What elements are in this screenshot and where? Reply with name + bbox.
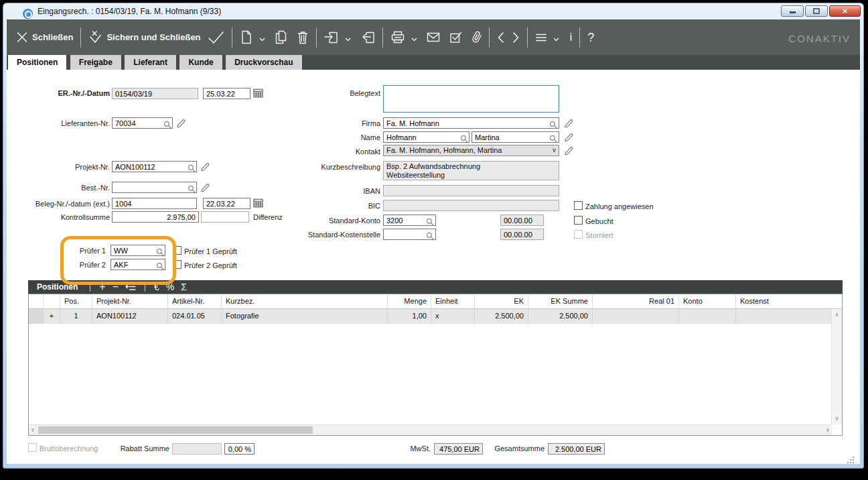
cell-ek-summe[interactable]: 2.500,00 xyxy=(528,309,593,324)
search-icon[interactable] xyxy=(188,163,196,171)
maximize-button[interactable] xyxy=(805,5,828,17)
save-close-label: Sichern und Schließen xyxy=(106,32,200,42)
search-icon[interactable] xyxy=(156,261,164,269)
grid-toolbar-separator xyxy=(90,283,90,292)
percent-tool[interactable]: % xyxy=(166,282,174,292)
scrollbar-thumb[interactable] xyxy=(38,426,313,434)
gebucht-checkbox[interactable] xyxy=(574,216,583,225)
toolbar-separator xyxy=(579,27,580,48)
tab-kunde[interactable]: Kunde xyxy=(179,55,222,70)
zahlung-checkbox[interactable] xyxy=(574,201,583,210)
positionen-grid: Pos. Projekt-Nr. Artikel-Nr. Kurzbez. Me… xyxy=(28,294,843,436)
previous-record-icon[interactable] xyxy=(497,32,504,44)
projekt-field[interactable] xyxy=(112,161,197,172)
scroll-right-icon[interactable]: › xyxy=(826,426,829,434)
rabatt-percent-field[interactable] xyxy=(224,443,255,455)
edit-icon[interactable] xyxy=(563,145,573,156)
beleg-date-field[interactable] xyxy=(203,198,250,209)
edit-icon[interactable] xyxy=(200,182,210,193)
scroll-left-icon[interactable]: ‹ xyxy=(31,426,34,434)
column-header: Einheit xyxy=(431,294,475,308)
import-button[interactable] xyxy=(324,31,351,44)
calendar-icon[interactable] xyxy=(253,198,263,208)
info-icon[interactable]: i xyxy=(570,32,573,43)
edit-icon[interactable] xyxy=(175,118,186,129)
cell-projekt[interactable]: AON100112 xyxy=(92,309,168,324)
toolbar-separator xyxy=(489,27,490,48)
search-icon[interactable] xyxy=(460,133,468,141)
beleg-number-field[interactable] xyxy=(112,198,197,209)
header-expand xyxy=(44,294,60,308)
delete-button[interactable] xyxy=(297,30,309,44)
name-first-field[interactable] xyxy=(472,131,559,143)
search-icon[interactable] xyxy=(426,231,434,239)
tab-freigabe[interactable]: Freigabe xyxy=(70,55,122,70)
paperclip-icon[interactable] xyxy=(469,29,484,45)
row-expand-cell[interactable]: + xyxy=(44,309,60,324)
bic-label: BIC xyxy=(368,202,380,211)
task-check-icon[interactable] xyxy=(449,31,463,44)
search-icon[interactable] xyxy=(188,184,196,192)
table-row[interactable]: + 1 AON100112 024.01.05 Fotografie 1,00 … xyxy=(29,309,842,324)
pruefer1-checkbox[interactable] xyxy=(173,246,182,255)
pruefer2-checkbox[interactable] xyxy=(173,260,182,269)
confirm-check-icon[interactable] xyxy=(208,31,224,44)
row-selector-cell[interactable] xyxy=(29,309,44,324)
belegtext-label: Belegtext xyxy=(350,89,380,98)
menu-button[interactable] xyxy=(535,33,559,42)
outdent-icon[interactable] xyxy=(125,282,136,292)
cell-einheit[interactable]: x xyxy=(431,309,475,324)
er-date-field[interactable] xyxy=(203,88,250,99)
horizontal-scrollbar[interactable]: ‹ › xyxy=(29,424,832,435)
tab-druckvorschau[interactable]: Druckvorschau xyxy=(226,55,302,70)
name-last-field[interactable] xyxy=(383,131,469,143)
kontrollsumme-field[interactable] xyxy=(112,211,199,223)
export-icon[interactable] xyxy=(360,31,375,44)
cell-konto[interactable] xyxy=(679,309,736,324)
tab-lieferant[interactable]: Lieferant xyxy=(125,55,177,70)
cell-kurzbez[interactable]: Fotografie xyxy=(222,309,388,324)
cell-pos[interactable]: 1 xyxy=(60,309,92,324)
sum-tool[interactable]: Σ xyxy=(181,282,187,292)
help-icon[interactable]: ? xyxy=(587,32,594,43)
close-window-button[interactable]: × xyxy=(829,5,861,17)
edit-icon[interactable] xyxy=(563,132,573,143)
scroll-up-icon[interactable]: ∧ xyxy=(832,312,842,318)
add-row-button[interactable]: + xyxy=(99,282,105,292)
remove-row-button[interactable]: − xyxy=(113,282,119,292)
search-icon[interactable] xyxy=(156,247,164,255)
vertical-scrollbar[interactable]: ∧ ∨ xyxy=(831,309,842,424)
cell-kostenst[interactable] xyxy=(736,309,832,324)
best-field[interactable] xyxy=(112,182,197,193)
edit-icon[interactable] xyxy=(563,118,573,129)
search-icon[interactable] xyxy=(549,133,557,141)
toolbar-separator xyxy=(232,27,232,48)
close-record-button[interactable]: Schließen xyxy=(16,32,73,43)
cell-menge[interactable]: 1,00 xyxy=(388,309,431,324)
euro-tool[interactable]: € xyxy=(154,282,159,292)
minimize-button[interactable] xyxy=(781,5,804,17)
kontakt-dropdown[interactable]: Fa. M. Hofmann, Hofmann, Martina∨ xyxy=(383,145,559,156)
new-record-button[interactable] xyxy=(240,30,265,44)
scroll-down-icon[interactable]: ∨ xyxy=(832,416,842,422)
resize-grip[interactable] xyxy=(847,455,855,463)
firma-field[interactable] xyxy=(383,117,559,129)
belegtext-field[interactable] xyxy=(383,85,559,113)
save-close-button[interactable]: Sichern und Schließen xyxy=(88,30,200,44)
mail-icon[interactable] xyxy=(427,32,440,42)
differenz-field[interactable] xyxy=(201,211,249,223)
cell-real01[interactable] xyxy=(593,309,679,324)
minimize-icon xyxy=(790,11,796,13)
print-button[interactable] xyxy=(390,31,417,44)
calendar-icon[interactable] xyxy=(253,88,263,98)
search-icon[interactable] xyxy=(549,119,557,127)
edit-icon[interactable] xyxy=(200,162,210,172)
tab-positionen[interactable]: Positionen xyxy=(8,55,67,70)
search-icon[interactable] xyxy=(426,217,434,225)
search-icon[interactable] xyxy=(163,119,171,127)
cell-artikel[interactable]: 024.01.05 xyxy=(168,309,222,324)
brutto-label: Bruttoberechnung xyxy=(40,444,98,453)
cell-ek[interactable]: 2.500,00 xyxy=(475,309,528,324)
next-record-icon[interactable] xyxy=(512,32,520,44)
duplicate-button[interactable] xyxy=(275,30,287,44)
